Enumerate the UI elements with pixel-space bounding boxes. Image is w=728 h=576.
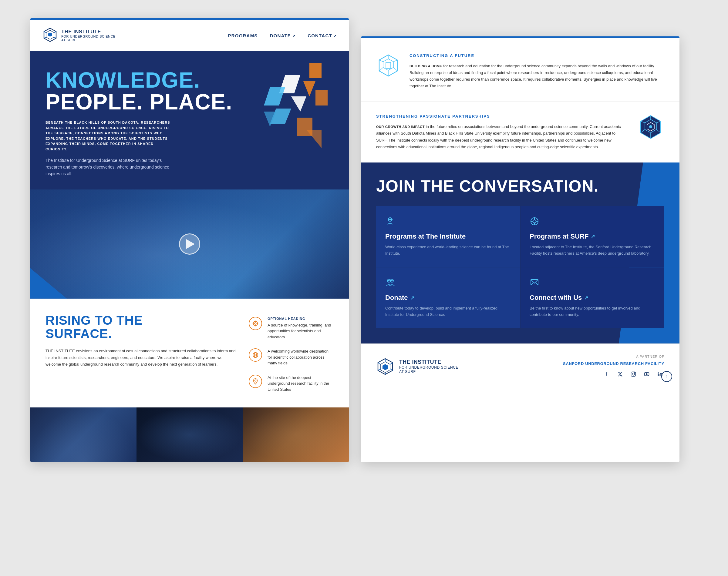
- globe-icon-circle: [249, 348, 262, 362]
- hero-subtext-lower: The Institute for Underground Science at…: [46, 157, 173, 177]
- hero-section: KNOWLEDGE. PEOPLE. PLACE. BENEATH THE BL…: [30, 51, 349, 190]
- scroll-to-top-button[interactable]: ↑: [661, 371, 672, 382]
- constructing-title: CONSTRUCTING A FUTURE: [410, 53, 664, 58]
- constructing-icon: [376, 53, 400, 78]
- nav-donate[interactable]: DONATE↗: [270, 33, 296, 38]
- footer-logo-area: THE INSTITUTE FOR UNDERGROUND SCIENCE AT…: [376, 357, 458, 376]
- svg-rect-82: [658, 374, 659, 376]
- svg-point-50: [390, 219, 391, 220]
- bottom-photos: [30, 407, 349, 462]
- svg-point-79: [634, 373, 635, 373]
- constructing-content: CONSTRUCTING A FUTURE BUILDING A HOME fo…: [410, 53, 664, 89]
- join-section: JOIN THE CONVERSATION.: [361, 163, 679, 344]
- video-placeholder: [30, 190, 349, 298]
- photo-strip-3: [243, 407, 349, 462]
- join-card-connect[interactable]: Connect with Us ↗ Be the first to know a…: [521, 267, 664, 328]
- footer-partner-link[interactable]: SANFORD UNDERGROUND RESEARCH FACILITY: [563, 362, 664, 366]
- svg-line-35: [393, 67, 397, 71]
- left-panel: THE INSTITUTE FOR UNDERGROUND SCIENCE AT…: [30, 18, 349, 462]
- logo-title: THE INSTITUTE: [61, 29, 116, 35]
- play-icon: [186, 239, 195, 249]
- programs-institute-icon: [385, 217, 511, 228]
- svg-marker-70: [383, 364, 388, 370]
- footer-partner-label: A PARTNER OF: [563, 355, 664, 358]
- constructing-body: BUILDING A HOME for research and educati…: [410, 63, 664, 89]
- logo-area: THE INSTITUTE FOR UNDERGROUND SCIENCE AT…: [43, 27, 116, 44]
- right-panel: CONSTRUCTING A FUTURE BUILDING A HOME fo…: [361, 36, 679, 462]
- join-card-donate[interactable]: Donate ↗ Contribute today to develop, bu…: [376, 267, 520, 328]
- svg-marker-2: [48, 32, 52, 37]
- rising-item-text-0: OPTIONAL HEADING A source of knowledge, …: [268, 317, 334, 340]
- nav-programs[interactable]: PROGRAMS: [228, 33, 258, 38]
- hero-subtext-upper: BENEATH THE BLACK HILLS of South Dakota,…: [46, 120, 173, 152]
- optional-heading-icon: [249, 317, 262, 330]
- footer-subtitle-2: AT SURF: [399, 370, 458, 374]
- svg-point-78: [632, 373, 635, 375]
- svg-point-25: [253, 352, 258, 358]
- partnerships-icon: [637, 114, 664, 141]
- rising-body: THE INSTITUTE envisions an environment o…: [46, 348, 236, 368]
- page-wrapper: THE INSTITUTE FOR UNDERGROUND SCIENCE AT…: [30, 18, 698, 462]
- partnerships-content: STRENGTHENING PASSIONATE PARTNERSHIPS OU…: [376, 114, 628, 150]
- join-title: JOIN THE CONVERSATION.: [376, 178, 664, 194]
- programs-surf-icon: [530, 217, 655, 228]
- rising-title: RISING TO THE SURFACE.: [46, 314, 236, 341]
- constructing-section: CONSTRUCTING A FUTURE BUILDING A HOME fo…: [361, 38, 679, 102]
- rising-item-text-1: A welcoming worldwide destination for sc…: [268, 348, 334, 366]
- rising-item-text-2: At the site of the deepest underground r…: [268, 375, 334, 393]
- join-card-body-0: World-class experience and world-leading…: [385, 244, 511, 257]
- partnerships-body: OUR GROWTH AND IMPACT in the future reli…: [376, 123, 628, 150]
- donate-icon: [385, 278, 511, 289]
- logo-subtitle-line1: FOR UNDERGROUND SCIENCE: [61, 34, 116, 38]
- footer-logo-icon: [376, 357, 394, 376]
- photo-strip-1: [30, 407, 137, 462]
- logo-text: THE INSTITUTE FOR UNDERGROUND SCIENCE AT…: [61, 29, 116, 42]
- location-icon-circle: [249, 375, 262, 388]
- svg-rect-32: [386, 62, 391, 68]
- partnerships-title: STRENGTHENING PASSIONATE PARTNERSHIPS: [376, 114, 628, 118]
- join-card-body-2: Contribute today to develop, build and i…: [385, 305, 511, 318]
- site-header: THE INSTITUTE FOR UNDERGROUND SCIENCE AT…: [30, 20, 349, 51]
- footer-subtitle-1: FOR UNDERGROUND SCIENCE: [399, 365, 458, 370]
- logo-icon: [43, 27, 58, 44]
- social-youtube-icon[interactable]: [642, 370, 651, 378]
- site-footer: THE INSTITUTE FOR UNDERGROUND SCIENCE AT…: [361, 344, 679, 389]
- svg-line-34: [393, 60, 397, 62]
- hero-headline: KNOWLEDGE. PEOPLE. PLACE.: [46, 69, 334, 113]
- join-card-title-1: Programs at SURF ↗: [530, 232, 655, 240]
- join-card-title-3: Connect with Us ↗: [530, 294, 655, 301]
- join-card-programs-institute[interactable]: Programs at The Institute World-class ex…: [376, 206, 520, 267]
- social-instagram-icon[interactable]: [629, 370, 638, 378]
- join-grid: Programs at The Institute World-class ex…: [376, 206, 664, 328]
- video-section: [30, 190, 349, 298]
- rising-item-1: A welcoming worldwide destination for sc…: [249, 348, 334, 366]
- svg-point-42: [649, 125, 652, 128]
- svg-line-37: [379, 67, 383, 71]
- svg-point-64: [392, 281, 393, 281]
- play-button[interactable]: [179, 233, 200, 255]
- svg-point-29: [255, 380, 256, 381]
- nav-contact[interactable]: CONTACT↗: [308, 33, 337, 38]
- logo-subtitle-line2: AT SURF: [61, 38, 116, 42]
- ext-arrow-donate: ↗: [411, 295, 414, 301]
- rising-item-0: OPTIONAL HEADING A source of knowledge, …: [249, 317, 334, 340]
- footer-logo-text: THE INSTITUTE FOR UNDERGROUND SCIENCE AT…: [399, 359, 458, 374]
- social-twitter-icon[interactable]: [616, 370, 624, 378]
- social-facebook-icon[interactable]: f: [603, 370, 611, 378]
- svg-point-19: [253, 321, 258, 325]
- rising-right: OPTIONAL HEADING A source of knowledge, …: [249, 314, 334, 393]
- rising-item-2: At the site of the deepest underground r…: [249, 375, 334, 393]
- hero-text-block: BENEATH THE BLACK HILLS of South Dakota,…: [46, 120, 173, 177]
- svg-line-67: [536, 283, 538, 285]
- svg-point-62: [389, 281, 390, 281]
- photo-strip-2: [137, 407, 243, 462]
- svg-point-83: [658, 372, 659, 373]
- join-card-title-0: Programs at The Institute: [385, 232, 511, 240]
- join-card-body-1: Located adjacent to The Institute, the S…: [530, 244, 655, 257]
- svg-line-38: [379, 60, 383, 62]
- rising-item-body-1: A welcoming worldwide destination for sc…: [268, 348, 334, 366]
- join-card-programs-surf[interactable]: Programs at SURF ↗ Located adjacent to T…: [521, 206, 664, 267]
- footer-social-links: f: [563, 370, 664, 378]
- rising-item-body-2: At the site of the deepest underground r…: [268, 375, 334, 393]
- rising-left: RISING TO THE SURFACE. THE INSTITUTE env…: [46, 314, 236, 393]
